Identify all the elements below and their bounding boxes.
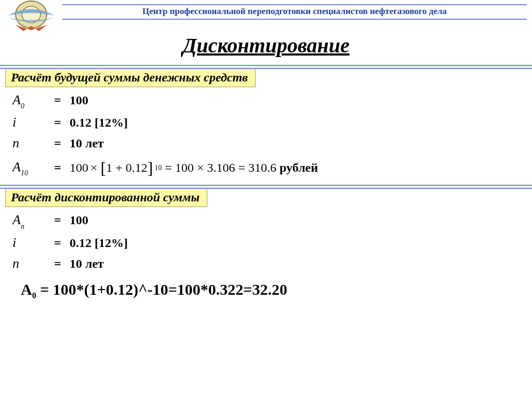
eq-sign: = — [54, 161, 70, 175]
var-a10-sub: 10 — [21, 169, 28, 177]
var-n2: n — [5, 256, 54, 271]
val-i: 0.12 [12%] — [70, 116, 128, 130]
var-n: n — [5, 135, 54, 151]
val-n: 10 лет — [70, 136, 104, 150]
val-an: 100 — [70, 213, 88, 227]
section1-label: Расчёт будущей суммы денежных средств — [5, 68, 256, 87]
header-title: Центр профессиональной переподготовки сп… — [62, 6, 527, 17]
var-a0: A0 — [5, 92, 54, 109]
row-i2: i = 0.12 [12%] — [5, 235, 527, 251]
header-rule-bottom — [62, 19, 527, 20]
bracket-expression: [ 1 + 0.12 ] — [101, 161, 153, 175]
section2-rows: An = 100 i = 0.12 [12%] n = 10 лет — [5, 212, 527, 271]
val-n2: 10 лет — [70, 257, 104, 271]
var-a10-letter: A — [12, 159, 21, 174]
formula-exponent: 10 — [154, 164, 162, 172]
formula-a10: 100 × [ 1 + 0.12 ] 10 = 100 × 3.106 = 31… — [70, 161, 276, 175]
row-a0: A0 = 100 — [5, 92, 527, 109]
var-a10: A10 — [5, 159, 54, 176]
right-bracket-icon: ] — [148, 162, 153, 174]
final-var-letter: A — [21, 281, 32, 298]
formula-lead: 100 — [70, 161, 88, 175]
eq-sign: = — [54, 93, 70, 107]
row-a10: A10 = 100 × [ 1 + 0.12 ] 10 = 100 × 3.10… — [5, 159, 527, 176]
var-an-sub: n — [21, 223, 24, 230]
section2-label: Расчёт дисконтированной суммы — [5, 188, 207, 207]
page-title: Дисконтирование — [0, 33, 532, 58]
val-a0: 100 — [70, 93, 88, 107]
section1-rows: A0 = 100 i = 0.12 [12%] n = 10 лет A10 = — [5, 92, 527, 176]
var-an-letter: A — [12, 212, 21, 227]
section-divider-2 — [5, 182, 527, 189]
eq-sign: = — [54, 116, 70, 130]
formula-result: = 100 × 3.106 = 310.6 — [165, 161, 276, 175]
row-i: i = 0.12 [12%] — [5, 115, 527, 130]
logo-emblem — [5, 0, 57, 36]
final-formula: A0 = 100*(1+0.12)^-10=100*0.322=32.20 — [5, 281, 527, 300]
var-i: i — [5, 115, 54, 130]
var-a0-letter: A — [12, 92, 21, 107]
content: Расчёт будущей суммы денежных средств A0… — [0, 62, 532, 300]
final-var-sub: 0 — [32, 291, 36, 300]
var-i2: i — [5, 235, 54, 251]
row-n2: n = 10 лет — [5, 256, 527, 271]
eq-sign: = — [54, 213, 70, 227]
eq-sign: = — [54, 136, 70, 150]
row-an: An = 100 — [5, 212, 527, 229]
val-i2: 0.12 [12%] — [70, 236, 128, 250]
eq-sign: = — [54, 257, 70, 271]
left-bracket-icon: [ — [101, 162, 107, 174]
row-n: n = 10 лет — [5, 135, 527, 151]
section-divider-1 — [5, 62, 527, 69]
header: Центр профессиональной переподготовки сп… — [0, 0, 532, 31]
formula-inner: 1 + 0.12 — [106, 161, 148, 175]
mult-sign-icon: × — [90, 161, 98, 175]
eq-sign: = — [54, 236, 70, 250]
header-rule-top — [62, 4, 527, 5]
final-expression: = 100*(1+0.12)^-10=100*0.322=32.20 — [36, 281, 287, 298]
var-an: An — [5, 212, 54, 229]
var-a0-sub: 0 — [21, 102, 24, 110]
slide: Центр профессиональной переподготовки сп… — [0, 0, 532, 398]
currency-label: рублей — [280, 161, 318, 175]
